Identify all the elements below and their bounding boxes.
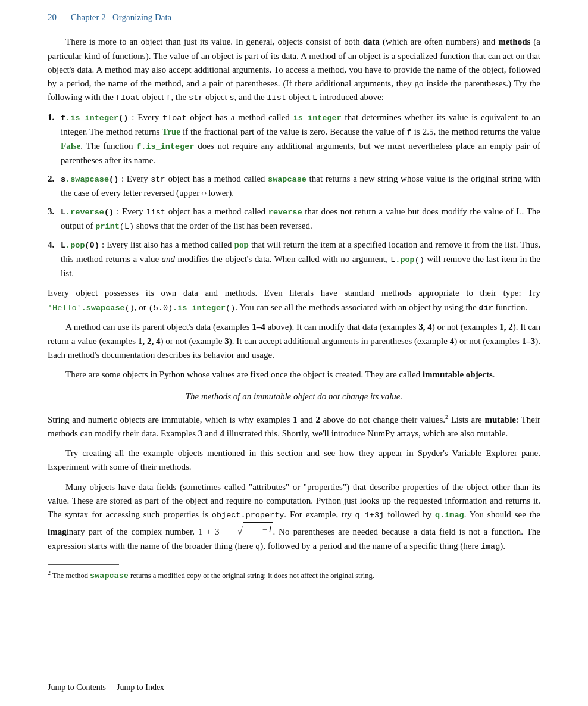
chapter-title: Chapter 2 Organizing Data bbox=[71, 11, 171, 24]
para-immutable-intro: There are some objects in Python whose v… bbox=[48, 368, 540, 382]
footer-nav: Jump to Contents Jump to Index bbox=[48, 681, 175, 695]
para-method-behavior: A method can use its parent object's dat… bbox=[48, 320, 540, 362]
para-data-fields: Many objects have data fields (sometimes… bbox=[48, 480, 540, 554]
para-mutable: String and numeric objects are immutable… bbox=[48, 413, 540, 441]
list-item-2: 2. s.swapcase() : Every str object has a… bbox=[48, 172, 540, 200]
page-number: 20 bbox=[48, 11, 57, 24]
para-methods-standard: Every object possesses its own data and … bbox=[48, 286, 540, 314]
list-item-1: 1. f.is_integer() : Every float object h… bbox=[48, 111, 540, 167]
immutable-quote: The methods of an immutable object do no… bbox=[48, 390, 540, 404]
methods-list: 1. f.is_integer() : Every float object h… bbox=[48, 111, 540, 280]
list-item-3: 3. L.reverse() : Every list object has a… bbox=[48, 205, 540, 233]
para-1: There is more to an object than just its… bbox=[48, 35, 540, 105]
jump-to-index-link[interactable]: Jump to Index bbox=[117, 681, 164, 695]
footnote-divider bbox=[48, 564, 119, 565]
footnote-2: 2 The method swapcase returns a modified… bbox=[48, 568, 540, 582]
para-try-creating: Try creating all the example objects men… bbox=[48, 446, 540, 474]
page: 20 Chapter 2 Organizing Data There is mo… bbox=[0, 0, 588, 706]
page-header: 20 Chapter 2 Organizing Data bbox=[48, 11, 540, 24]
jump-to-contents-link[interactable]: Jump to Contents bbox=[48, 681, 106, 695]
list-item-4: 4. L.pop(0) : Every list also has a meth… bbox=[48, 238, 540, 280]
